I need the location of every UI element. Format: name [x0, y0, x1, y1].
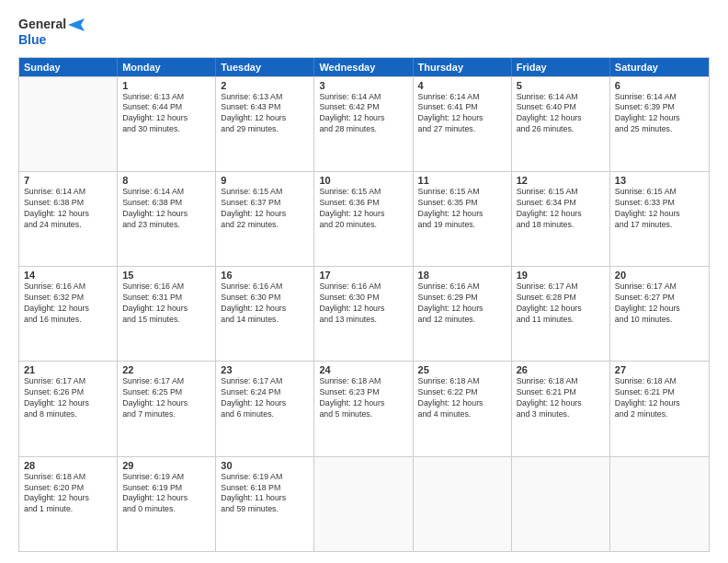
calendar-cell: 14Sunrise: 6:16 AM Sunset: 6:32 PM Dayli…: [19, 267, 118, 361]
weekday-header: Monday: [118, 58, 216, 76]
day-info: Sunrise: 6:17 AM Sunset: 6:25 PM Dayligh…: [122, 376, 210, 420]
day-info: Sunrise: 6:16 AM Sunset: 6:30 PM Dayligh…: [221, 282, 309, 326]
calendar-cell: 5Sunrise: 6:14 AM Sunset: 6:40 PM Daylig…: [512, 77, 610, 171]
calendar-cell: 9Sunrise: 6:15 AM Sunset: 6:37 PM Daylig…: [216, 172, 314, 266]
day-info: Sunrise: 6:15 AM Sunset: 6:35 PM Dayligh…: [418, 187, 506, 231]
calendar-cell: 4Sunrise: 6:14 AM Sunset: 6:41 PM Daylig…: [414, 77, 512, 171]
logo: General Blue: [18, 17, 85, 48]
calendar-cell: 20Sunrise: 6:17 AM Sunset: 6:27 PM Dayli…: [610, 267, 709, 361]
day-info: Sunrise: 6:14 AM Sunset: 6:41 PM Dayligh…: [418, 92, 506, 136]
day-number: 13: [615, 175, 704, 186]
logo-text: General Blue: [18, 17, 85, 48]
day-info: Sunrise: 6:16 AM Sunset: 6:29 PM Dayligh…: [418, 282, 506, 326]
weekday-header: Thursday: [414, 58, 512, 76]
calendar-cell: 1Sunrise: 6:13 AM Sunset: 6:44 PM Daylig…: [118, 77, 216, 171]
calendar-cell: [314, 457, 413, 551]
calendar-cell: 25Sunrise: 6:18 AM Sunset: 6:22 PM Dayli…: [414, 362, 512, 455]
page: General Blue SundayMondayTuesdayWednesda…: [0, 0, 728, 563]
calendar-cell: 8Sunrise: 6:14 AM Sunset: 6:38 PM Daylig…: [118, 172, 216, 266]
day-number: 30: [221, 460, 309, 471]
day-info: Sunrise: 6:15 AM Sunset: 6:36 PM Dayligh…: [319, 187, 407, 231]
weekday-header: Tuesday: [216, 58, 314, 76]
weekday-header: Friday: [512, 58, 610, 76]
calendar-cell: [19, 77, 118, 171]
calendar-cell: [610, 457, 709, 551]
day-number: 20: [615, 270, 704, 281]
calendar-row: 21Sunrise: 6:17 AM Sunset: 6:26 PM Dayli…: [19, 361, 709, 455]
day-number: 1: [122, 80, 210, 91]
day-info: Sunrise: 6:14 AM Sunset: 6:38 PM Dayligh…: [24, 187, 112, 231]
day-info: Sunrise: 6:15 AM Sunset: 6:34 PM Dayligh…: [517, 187, 605, 231]
day-info: Sunrise: 6:17 AM Sunset: 6:27 PM Dayligh…: [615, 282, 704, 326]
day-info: Sunrise: 6:16 AM Sunset: 6:31 PM Dayligh…: [122, 282, 210, 326]
calendar-row: 1Sunrise: 6:13 AM Sunset: 6:44 PM Daylig…: [19, 76, 709, 171]
logo-bird-icon: [68, 18, 85, 31]
day-number: 17: [319, 270, 407, 281]
calendar-cell: 18Sunrise: 6:16 AM Sunset: 6:29 PM Dayli…: [414, 267, 512, 361]
header: General Blue: [18, 17, 710, 48]
calendar-cell: 30Sunrise: 6:19 AM Sunset: 6:18 PM Dayli…: [216, 457, 314, 551]
calendar-cell: 17Sunrise: 6:16 AM Sunset: 6:30 PM Dayli…: [314, 267, 413, 361]
svg-marker-0: [68, 18, 85, 31]
day-number: 12: [517, 175, 605, 186]
day-info: Sunrise: 6:14 AM Sunset: 6:38 PM Dayligh…: [122, 187, 210, 231]
weekday-header: Sunday: [19, 58, 118, 76]
day-info: Sunrise: 6:15 AM Sunset: 6:33 PM Dayligh…: [615, 187, 704, 231]
day-number: 28: [24, 460, 112, 471]
day-info: Sunrise: 6:16 AM Sunset: 6:32 PM Dayligh…: [24, 282, 112, 326]
calendar-cell: 2Sunrise: 6:13 AM Sunset: 6:43 PM Daylig…: [216, 77, 314, 171]
day-number: 24: [319, 364, 407, 375]
calendar-cell: 7Sunrise: 6:14 AM Sunset: 6:38 PM Daylig…: [19, 172, 118, 266]
day-number: 16: [221, 270, 309, 281]
calendar-cell: 26Sunrise: 6:18 AM Sunset: 6:21 PM Dayli…: [512, 362, 610, 455]
day-number: 22: [122, 364, 210, 375]
day-number: 4: [418, 80, 506, 91]
calendar: SundayMondayTuesdayWednesdayThursdayFrid…: [18, 57, 710, 552]
calendar-cell: 16Sunrise: 6:16 AM Sunset: 6:30 PM Dayli…: [216, 267, 314, 361]
day-number: 9: [221, 175, 309, 186]
day-number: 18: [418, 270, 506, 281]
day-info: Sunrise: 6:18 AM Sunset: 6:23 PM Dayligh…: [319, 376, 407, 420]
day-number: 8: [122, 175, 210, 186]
calendar-cell: 22Sunrise: 6:17 AM Sunset: 6:25 PM Dayli…: [118, 362, 216, 455]
calendar-cell: 23Sunrise: 6:17 AM Sunset: 6:24 PM Dayli…: [216, 362, 314, 455]
day-number: 3: [319, 80, 407, 91]
calendar-cell: 19Sunrise: 6:17 AM Sunset: 6:28 PM Dayli…: [512, 267, 610, 361]
day-info: Sunrise: 6:18 AM Sunset: 6:21 PM Dayligh…: [615, 376, 704, 420]
calendar-cell: 11Sunrise: 6:15 AM Sunset: 6:35 PM Dayli…: [414, 172, 512, 266]
calendar-cell: 29Sunrise: 6:19 AM Sunset: 6:19 PM Dayli…: [118, 457, 216, 551]
calendar-cell: 13Sunrise: 6:15 AM Sunset: 6:33 PM Dayli…: [610, 172, 709, 266]
calendar-cell: 15Sunrise: 6:16 AM Sunset: 6:31 PM Dayli…: [118, 267, 216, 361]
day-number: 19: [517, 270, 605, 281]
day-info: Sunrise: 6:14 AM Sunset: 6:42 PM Dayligh…: [319, 92, 407, 136]
day-number: 6: [615, 80, 704, 91]
calendar-cell: 12Sunrise: 6:15 AM Sunset: 6:34 PM Dayli…: [512, 172, 610, 266]
calendar-cell: 27Sunrise: 6:18 AM Sunset: 6:21 PM Dayli…: [610, 362, 709, 455]
day-info: Sunrise: 6:14 AM Sunset: 6:39 PM Dayligh…: [615, 92, 704, 136]
calendar-cell: 24Sunrise: 6:18 AM Sunset: 6:23 PM Dayli…: [314, 362, 413, 455]
calendar-body: 1Sunrise: 6:13 AM Sunset: 6:44 PM Daylig…: [19, 76, 709, 551]
day-info: Sunrise: 6:14 AM Sunset: 6:40 PM Dayligh…: [517, 92, 605, 136]
calendar-row: 14Sunrise: 6:16 AM Sunset: 6:32 PM Dayli…: [19, 266, 709, 361]
day-number: 23: [221, 364, 309, 375]
weekday-header: Wednesday: [314, 58, 413, 76]
calendar-cell: 10Sunrise: 6:15 AM Sunset: 6:36 PM Dayli…: [314, 172, 413, 266]
calendar-cell: 6Sunrise: 6:14 AM Sunset: 6:39 PM Daylig…: [610, 77, 709, 171]
day-number: 2: [221, 80, 309, 91]
day-number: 21: [24, 364, 112, 375]
day-number: 27: [615, 364, 704, 375]
day-info: Sunrise: 6:17 AM Sunset: 6:24 PM Dayligh…: [221, 376, 309, 420]
day-info: Sunrise: 6:18 AM Sunset: 6:21 PM Dayligh…: [517, 376, 605, 420]
day-info: Sunrise: 6:18 AM Sunset: 6:20 PM Dayligh…: [24, 472, 112, 516]
day-info: Sunrise: 6:17 AM Sunset: 6:26 PM Dayligh…: [24, 376, 112, 420]
day-info: Sunrise: 6:13 AM Sunset: 6:44 PM Dayligh…: [122, 92, 210, 136]
weekday-header: Saturday: [610, 58, 709, 76]
day-number: 26: [517, 364, 605, 375]
day-info: Sunrise: 6:15 AM Sunset: 6:37 PM Dayligh…: [221, 187, 309, 231]
day-info: Sunrise: 6:17 AM Sunset: 6:28 PM Dayligh…: [517, 282, 605, 326]
calendar-cell: 28Sunrise: 6:18 AM Sunset: 6:20 PM Dayli…: [19, 457, 118, 551]
day-number: 11: [418, 175, 506, 186]
day-info: Sunrise: 6:19 AM Sunset: 6:19 PM Dayligh…: [122, 472, 210, 516]
day-number: 29: [122, 460, 210, 471]
calendar-cell: [414, 457, 512, 551]
